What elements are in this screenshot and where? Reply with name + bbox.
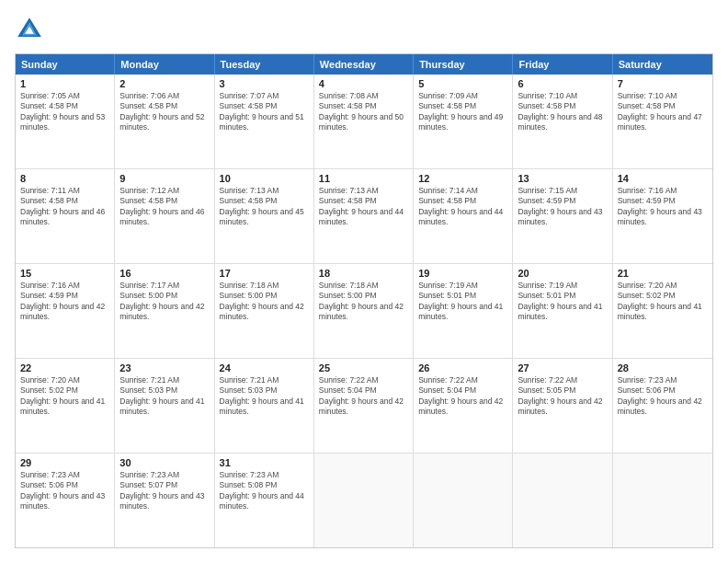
calendar-cell: 14Sunrise: 7:16 AMSunset: 4:59 PMDayligh… — [613, 169, 712, 263]
cell-info: Sunrise: 7:22 AMSunset: 5:04 PMDaylight:… — [418, 375, 503, 416]
header-day: Monday — [115, 54, 214, 75]
calendar-cell — [613, 454, 712, 547]
cell-info: Sunrise: 7:21 AMSunset: 5:03 PMDaylight:… — [119, 375, 204, 416]
calendar-cell: 22Sunrise: 7:20 AMSunset: 5:02 PMDayligh… — [16, 359, 115, 453]
logo — [15, 15, 48, 44]
calendar-cell: 3Sunrise: 7:07 AMSunset: 4:58 PMDaylight… — [215, 75, 314, 168]
logo-icon — [15, 15, 44, 44]
cell-info: Sunrise: 7:05 AMSunset: 4:58 PMDaylight:… — [20, 91, 105, 132]
calendar-cell: 1Sunrise: 7:05 AMSunset: 4:58 PMDaylight… — [16, 75, 115, 168]
day-number: 4 — [319, 78, 408, 89]
calendar-cell: 18Sunrise: 7:18 AMSunset: 5:00 PMDayligh… — [314, 264, 414, 358]
calendar-cell: 19Sunrise: 7:19 AMSunset: 5:01 PMDayligh… — [414, 264, 513, 358]
calendar-cell: 15Sunrise: 7:16 AMSunset: 4:59 PMDayligh… — [16, 264, 115, 358]
day-number: 21 — [618, 268, 708, 279]
day-number: 27 — [518, 362, 607, 373]
header-day: Tuesday — [215, 54, 314, 75]
calendar-cell: 28Sunrise: 7:23 AMSunset: 5:06 PMDayligh… — [613, 359, 712, 453]
header-day: Sunday — [16, 54, 115, 75]
header-day: Friday — [513, 54, 612, 75]
day-number: 23 — [119, 362, 209, 373]
header-day: Thursday — [414, 54, 513, 75]
calendar-cell: 7Sunrise: 7:10 AMSunset: 4:58 PMDaylight… — [613, 75, 712, 168]
calendar-cell: 30Sunrise: 7:23 AMSunset: 5:07 PMDayligh… — [115, 454, 214, 547]
calendar-row: 1Sunrise: 7:05 AMSunset: 4:58 PMDaylight… — [16, 75, 712, 169]
day-number: 13 — [518, 173, 607, 184]
calendar-cell — [513, 454, 612, 547]
day-number: 25 — [319, 362, 408, 373]
cell-info: Sunrise: 7:13 AMSunset: 4:58 PMDaylight:… — [220, 186, 304, 226]
day-number: 5 — [418, 78, 507, 89]
cell-info: Sunrise: 7:19 AMSunset: 5:01 PMDaylight:… — [518, 281, 602, 321]
day-number: 8 — [20, 173, 109, 184]
day-number: 10 — [220, 173, 309, 184]
calendar-header: SundayMondayTuesdayWednesdayThursdayFrid… — [16, 54, 712, 75]
day-number: 2 — [119, 78, 209, 89]
cell-info: Sunrise: 7:22 AMSunset: 5:05 PMDaylight:… — [518, 375, 602, 416]
calendar-cell: 17Sunrise: 7:18 AMSunset: 5:00 PMDayligh… — [215, 264, 314, 358]
header-day: Saturday — [613, 54, 712, 75]
cell-info: Sunrise: 7:18 AMSunset: 5:00 PMDaylight:… — [319, 281, 404, 321]
calendar-cell: 23Sunrise: 7:21 AMSunset: 5:03 PMDayligh… — [115, 359, 214, 453]
calendar-cell: 20Sunrise: 7:19 AMSunset: 5:01 PMDayligh… — [513, 264, 612, 358]
calendar-cell: 10Sunrise: 7:13 AMSunset: 4:58 PMDayligh… — [215, 169, 314, 263]
cell-info: Sunrise: 7:23 AMSunset: 5:08 PMDaylight:… — [220, 470, 304, 511]
cell-info: Sunrise: 7:12 AMSunset: 4:58 PMDaylight:… — [119, 186, 204, 226]
calendar-cell: 31Sunrise: 7:23 AMSunset: 5:08 PMDayligh… — [215, 454, 314, 547]
cell-info: Sunrise: 7:23 AMSunset: 5:06 PMDaylight:… — [618, 375, 702, 416]
cell-info: Sunrise: 7:11 AMSunset: 4:58 PMDaylight:… — [20, 186, 105, 226]
header — [15, 15, 713, 44]
cell-info: Sunrise: 7:21 AMSunset: 5:03 PMDaylight:… — [220, 375, 304, 416]
day-number: 9 — [119, 173, 209, 184]
cell-info: Sunrise: 7:09 AMSunset: 4:58 PMDaylight:… — [418, 91, 503, 132]
calendar-cell: 2Sunrise: 7:06 AMSunset: 4:58 PMDaylight… — [115, 75, 214, 168]
cell-info: Sunrise: 7:10 AMSunset: 4:58 PMDaylight:… — [518, 91, 602, 132]
calendar-cell — [314, 454, 414, 547]
page: SundayMondayTuesdayWednesdayThursdayFrid… — [0, 0, 728, 563]
cell-info: Sunrise: 7:08 AMSunset: 4:58 PMDaylight:… — [319, 91, 404, 132]
cell-info: Sunrise: 7:06 AMSunset: 4:58 PMDaylight:… — [119, 91, 204, 132]
cell-info: Sunrise: 7:13 AMSunset: 4:58 PMDaylight:… — [319, 186, 404, 226]
day-number: 28 — [618, 362, 708, 373]
day-number: 6 — [518, 78, 607, 89]
cell-info: Sunrise: 7:23 AMSunset: 5:07 PMDaylight:… — [119, 470, 204, 511]
cell-info: Sunrise: 7:22 AMSunset: 5:04 PMDaylight:… — [319, 375, 404, 416]
calendar-row: 22Sunrise: 7:20 AMSunset: 5:02 PMDayligh… — [16, 359, 712, 454]
cell-info: Sunrise: 7:07 AMSunset: 4:58 PMDaylight:… — [220, 91, 304, 132]
day-number: 1 — [20, 78, 109, 89]
calendar-cell: 27Sunrise: 7:22 AMSunset: 5:05 PMDayligh… — [513, 359, 612, 453]
calendar-cell: 8Sunrise: 7:11 AMSunset: 4:58 PMDaylight… — [16, 169, 115, 263]
calendar-cell: 29Sunrise: 7:23 AMSunset: 5:06 PMDayligh… — [16, 454, 115, 547]
cell-info: Sunrise: 7:16 AMSunset: 4:59 PMDaylight:… — [618, 186, 702, 226]
calendar-body: 1Sunrise: 7:05 AMSunset: 4:58 PMDaylight… — [16, 75, 712, 547]
calendar-row: 15Sunrise: 7:16 AMSunset: 4:59 PMDayligh… — [16, 264, 712, 359]
cell-info: Sunrise: 7:14 AMSunset: 4:58 PMDaylight:… — [418, 186, 503, 226]
day-number: 22 — [20, 362, 109, 373]
day-number: 24 — [220, 362, 309, 373]
day-number: 11 — [319, 173, 408, 184]
day-number: 31 — [220, 457, 309, 468]
day-number: 17 — [220, 268, 309, 279]
calendar-row: 29Sunrise: 7:23 AMSunset: 5:06 PMDayligh… — [16, 454, 712, 547]
day-number: 15 — [20, 268, 109, 279]
calendar-cell: 13Sunrise: 7:15 AMSunset: 4:59 PMDayligh… — [513, 169, 612, 263]
day-number: 7 — [618, 78, 708, 89]
day-number: 19 — [418, 268, 507, 279]
calendar-cell: 4Sunrise: 7:08 AMSunset: 4:58 PMDaylight… — [314, 75, 414, 168]
day-number: 16 — [119, 268, 209, 279]
calendar-cell: 11Sunrise: 7:13 AMSunset: 4:58 PMDayligh… — [314, 169, 414, 263]
cell-info: Sunrise: 7:23 AMSunset: 5:06 PMDaylight:… — [20, 470, 105, 511]
day-number: 29 — [20, 457, 109, 468]
day-number: 30 — [119, 457, 209, 468]
calendar-cell: 21Sunrise: 7:20 AMSunset: 5:02 PMDayligh… — [613, 264, 712, 358]
day-number: 14 — [618, 173, 708, 184]
calendar-cell: 26Sunrise: 7:22 AMSunset: 5:04 PMDayligh… — [414, 359, 513, 453]
day-number: 18 — [319, 268, 408, 279]
calendar-cell: 25Sunrise: 7:22 AMSunset: 5:04 PMDayligh… — [314, 359, 414, 453]
cell-info: Sunrise: 7:16 AMSunset: 4:59 PMDaylight:… — [20, 281, 105, 321]
header-day: Wednesday — [314, 54, 414, 75]
cell-info: Sunrise: 7:10 AMSunset: 4:58 PMDaylight:… — [618, 91, 702, 132]
calendar-cell: 12Sunrise: 7:14 AMSunset: 4:58 PMDayligh… — [414, 169, 513, 263]
day-number: 20 — [518, 268, 607, 279]
cell-info: Sunrise: 7:18 AMSunset: 5:00 PMDaylight:… — [220, 281, 304, 321]
